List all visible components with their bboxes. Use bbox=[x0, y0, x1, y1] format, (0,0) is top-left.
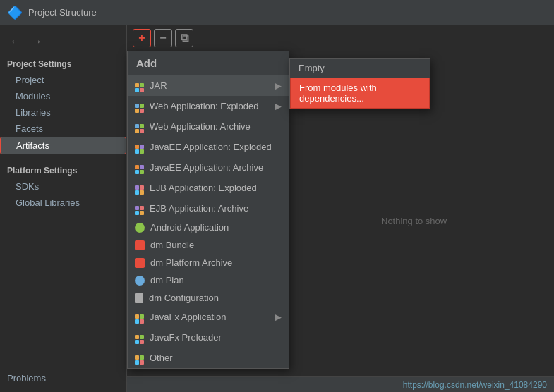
dropdown-item-javafx-app[interactable]: JavaFx Application ▶ bbox=[128, 307, 289, 327]
project-settings-label: Project Settings bbox=[0, 55, 126, 72]
nav-arrows: ← → bbox=[0, 31, 126, 55]
javaee-archive-icon bbox=[135, 161, 144, 174]
javafx-app-icon bbox=[135, 310, 144, 324]
jar-submenu: Empty From modules with dependencies... bbox=[289, 58, 430, 109]
ejb-exploded-label: EJB Application: Exploded bbox=[150, 183, 257, 193]
dropdown-item-other[interactable]: Other bbox=[128, 348, 289, 368]
add-dropdown-menu: Add JAR ▶ bbox=[127, 51, 289, 369]
dm-platform-icon bbox=[135, 258, 145, 268]
submenu-item-from-modules[interactable]: From modules with dependencies... bbox=[290, 78, 430, 109]
copy-button[interactable]: ⧉ bbox=[175, 29, 193, 47]
android-icon bbox=[135, 223, 145, 233]
status-url: https://blog.csdn.net/weixin_41084290 bbox=[403, 380, 547, 390]
jar-icon bbox=[135, 79, 144, 92]
javafx-preloader-label: JavaFx Preloader bbox=[150, 332, 222, 343]
dropdown-item-javaee-exploded[interactable]: JavaEE Application: Exploded bbox=[128, 137, 289, 157]
dm-plan-icon bbox=[135, 276, 145, 286]
android-label: Android Application bbox=[150, 222, 229, 233]
javafx-preloader-icon bbox=[135, 331, 144, 344]
jar-arrow: ▶ bbox=[275, 80, 282, 91]
dm-config-icon bbox=[135, 293, 143, 303]
sidebar-item-global-libraries[interactable]: Global Libraries bbox=[0, 195, 126, 211]
dropdown-item-jar[interactable]: JAR ▶ bbox=[128, 75, 289, 96]
web-exploded-icon bbox=[135, 99, 144, 113]
dropdown-item-dm-platform[interactable]: dm Platform Archive bbox=[128, 254, 289, 271]
sidebar-item-project[interactable]: Project bbox=[0, 72, 126, 88]
dropdown-item-web-exploded[interactable]: Web Application: Exploded ▶ bbox=[128, 96, 289, 116]
sidebar-item-modules[interactable]: Modules bbox=[0, 88, 126, 104]
ejb-exploded-icon bbox=[135, 181, 144, 195]
main-layout: ← → Project Settings Project Modules Lib… bbox=[0, 25, 554, 392]
ejb-archive-icon bbox=[135, 202, 144, 215]
javafx-app-label: JavaFx Application bbox=[150, 312, 226, 322]
dropdown-item-dm-plan[interactable]: dm Plan bbox=[128, 271, 289, 289]
javafx-app-arrow: ▶ bbox=[275, 312, 282, 322]
content-area: + − ⧉ Add JAR ▶ bbox=[127, 25, 554, 392]
dropdown-item-dm-config[interactable]: dm Configuration bbox=[128, 289, 289, 307]
sidebar-item-sdks[interactable]: SDKs bbox=[0, 178, 126, 195]
jar-label: JAR bbox=[150, 80, 167, 91]
dm-bundle-label: dm Bundle bbox=[150, 240, 194, 250]
dropdown-item-android[interactable]: Android Application bbox=[128, 219, 289, 236]
dropdown-item-javafx-preloader[interactable]: JavaFx Preloader bbox=[128, 327, 289, 348]
sidebar-item-libraries[interactable]: Libraries bbox=[0, 104, 126, 121]
web-exploded-arrow: ▶ bbox=[275, 101, 282, 111]
web-archive-label: Web Application: Archive bbox=[150, 121, 251, 132]
web-exploded-label: Web Application: Exploded bbox=[150, 101, 258, 111]
app-icon: 🔷 bbox=[7, 5, 23, 20]
platform-settings-label: Platform Settings bbox=[0, 161, 126, 178]
sidebar-item-artifacts[interactable]: Artifacts bbox=[0, 137, 126, 154]
dm-bundle-icon bbox=[135, 240, 145, 250]
status-bar: https://blog.csdn.net/weixin_41084290 bbox=[127, 376, 554, 392]
title-bar: 🔷 Project Structure bbox=[0, 0, 554, 25]
javaee-archive-label: JavaEE Application: Archive bbox=[150, 162, 263, 173]
sidebar-item-problems[interactable]: Problems bbox=[0, 370, 126, 386]
dropdown-item-javaee-archive[interactable]: JavaEE Application: Archive bbox=[128, 157, 289, 178]
other-label: Other bbox=[150, 353, 173, 363]
dropdown-item-dm-bundle[interactable]: dm Bundle bbox=[128, 236, 289, 254]
submenu-item-empty[interactable]: Empty bbox=[290, 59, 430, 78]
dm-config-label: dm Configuration bbox=[149, 293, 219, 303]
other-icon bbox=[135, 351, 144, 365]
title-bar-text: Project Structure bbox=[28, 7, 97, 18]
toolbar: + − ⧉ bbox=[127, 25, 554, 51]
sidebar-item-facets[interactable]: Facets bbox=[0, 121, 126, 137]
javaee-exploded-label: JavaEE Application: Exploded bbox=[150, 142, 272, 152]
forward-arrow[interactable]: → bbox=[28, 34, 45, 49]
web-archive-icon bbox=[135, 120, 144, 133]
dropdown-header: Add bbox=[128, 51, 289, 75]
dm-platform-label: dm Platform Archive bbox=[150, 257, 232, 268]
dropdown-item-web-archive[interactable]: Web Application: Archive bbox=[128, 116, 289, 137]
dropdown-item-ejb-exploded[interactable]: EJB Application: Exploded bbox=[128, 178, 289, 198]
dropdown-item-ejb-archive[interactable]: EJB Application: Archive bbox=[128, 198, 289, 219]
sidebar: ← → Project Settings Project Modules Lib… bbox=[0, 25, 127, 392]
empty-content-message: Nothing to show bbox=[381, 216, 447, 226]
remove-button[interactable]: − bbox=[154, 29, 172, 47]
back-arrow[interactable]: ← bbox=[7, 34, 24, 49]
add-button[interactable]: + bbox=[133, 29, 151, 47]
ejb-archive-label: EJB Application: Archive bbox=[150, 203, 248, 214]
javaee-exploded-icon bbox=[135, 140, 144, 154]
dm-plan-label: dm Plan bbox=[150, 275, 184, 286]
